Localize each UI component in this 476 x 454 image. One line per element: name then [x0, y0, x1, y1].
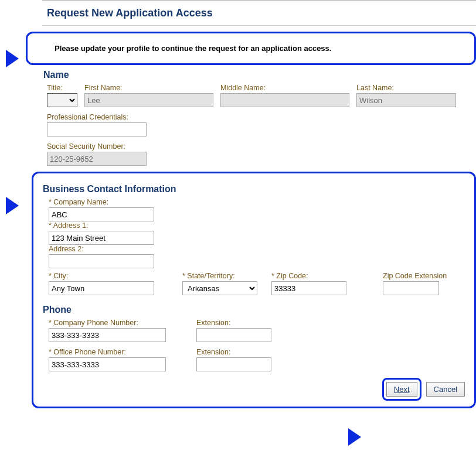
- page-title: Request New Application Access: [42, 0, 476, 26]
- state-label: State/Territory:: [182, 272, 257, 280]
- address1-field[interactable]: [49, 231, 154, 245]
- city-label: City:: [49, 272, 154, 280]
- company-phone-label: Company Phone Number:: [49, 319, 166, 327]
- company-name-field[interactable]: [49, 207, 154, 221]
- address2-field[interactable]: [49, 254, 154, 268]
- next-callout: Next: [382, 378, 421, 401]
- ssn-label: Social Security Number:: [47, 142, 147, 151]
- business-contact-callout: Business Contact Information Company Nam…: [32, 172, 476, 408]
- address2-label: Address 2:: [49, 245, 470, 253]
- cancel-button[interactable]: Cancel: [426, 382, 465, 397]
- zip-label: Zip Code:: [271, 272, 346, 280]
- office-ext-label: Extension:: [196, 348, 271, 356]
- prof-cred-field[interactable]: [47, 122, 147, 136]
- title-select[interactable]: [47, 93, 77, 107]
- zip-field[interactable]: [271, 281, 346, 295]
- notice-callout: Please update your profile to continue t…: [26, 32, 476, 65]
- prof-cred-label: Professional Credentials:: [47, 113, 147, 121]
- ssn-field: [47, 152, 147, 166]
- office-phone-label: Office Phone Number:: [49, 348, 166, 356]
- zip-ext-field[interactable]: [383, 281, 439, 295]
- notice-text: Please update your profile to continue t…: [35, 44, 467, 53]
- office-ext-field[interactable]: [196, 357, 271, 371]
- company-ext-label: Extension:: [196, 319, 271, 327]
- office-phone-field[interactable]: [49, 357, 166, 371]
- next-button[interactable]: Next: [386, 382, 417, 397]
- first-name-label: First Name:: [84, 84, 213, 92]
- company-name-label: Company Name:: [49, 198, 470, 206]
- title-label: Title:: [47, 84, 77, 92]
- section-heading-bci: Business Contact Information: [43, 184, 470, 194]
- middle-name-field: [220, 93, 349, 107]
- company-ext-field[interactable]: [196, 328, 271, 342]
- address1-label: Address 1:: [49, 221, 470, 230]
- state-select[interactable]: Arkansas: [182, 281, 257, 295]
- section-heading-phone: Phone: [43, 305, 470, 315]
- middle-name-label: Middle Name:: [220, 84, 349, 92]
- first-name-field: [84, 93, 213, 107]
- company-phone-field[interactable]: [49, 328, 166, 342]
- last-name-label: Last Name:: [356, 84, 456, 92]
- last-name-field: [356, 93, 456, 107]
- city-field[interactable]: [49, 281, 154, 295]
- section-heading-name: Name: [43, 70, 476, 80]
- zip-ext-label: Zip Code Extension: [383, 272, 447, 280]
